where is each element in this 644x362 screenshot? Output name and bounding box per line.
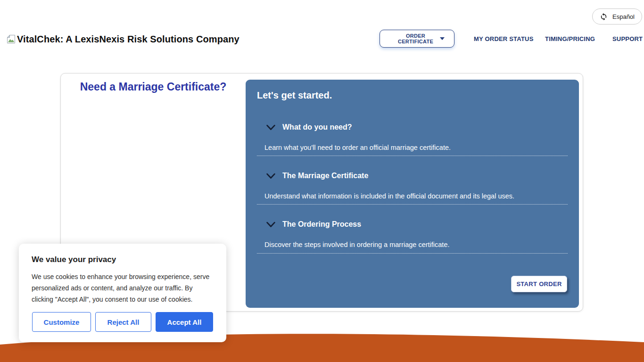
cookie-title: We value your privacy bbox=[32, 255, 116, 264]
reject-all-button[interactable]: Reject All bbox=[95, 312, 151, 332]
broken-image-icon bbox=[7, 35, 16, 45]
logo-alt-text: VitalChek: A LexisNexis Risk Solutions C… bbox=[17, 34, 239, 45]
language-label: Español bbox=[612, 13, 635, 20]
start-order-button[interactable]: START ORDER bbox=[511, 276, 567, 292]
order-certificate-label: ORDER CERTIFICATE bbox=[391, 33, 440, 44]
page: Español VitalChek: A LexisNexis Risk Sol… bbox=[0, 0, 644, 362]
accordion-label: The Marriage Certificate bbox=[282, 172, 368, 180]
language-toggle-button[interactable]: Español bbox=[592, 8, 642, 25]
get-started-panel: Let's get started. What do you need? Lea… bbox=[246, 80, 579, 308]
nav-support[interactable]: SUPPORT bbox=[612, 35, 643, 42]
chevron-down-icon bbox=[266, 173, 276, 179]
chevron-down-icon bbox=[266, 124, 276, 131]
sync-icon bbox=[600, 13, 608, 21]
divider bbox=[257, 156, 568, 156]
page-title: Need a Marriage Certificate? bbox=[61, 81, 246, 93]
accordion-the-ordering-process[interactable]: The Ordering Process bbox=[266, 220, 361, 229]
accordion-what-do-you-need[interactable]: What do you need? bbox=[266, 123, 352, 132]
panel-title: Let's get started. bbox=[257, 90, 332, 101]
chevron-down-icon bbox=[266, 222, 276, 228]
divider bbox=[257, 253, 568, 254]
cookie-body: We use cookies to enhance your browsing … bbox=[32, 271, 213, 305]
order-certificate-button[interactable]: ORDER CERTIFICATE bbox=[380, 30, 454, 48]
accordion-description: Understand what information is included … bbox=[264, 192, 514, 200]
cookie-consent-dialog: We value your privacy We use cookies to … bbox=[19, 244, 226, 342]
accordion-the-marriage-certificate[interactable]: The Marriage Certificate bbox=[266, 172, 368, 180]
accordion-label: The Ordering Process bbox=[282, 220, 361, 229]
nav-my-order-status[interactable]: MY ORDER STATUS bbox=[474, 35, 534, 42]
accordion-description: Discover the steps involved in ordering … bbox=[264, 241, 449, 248]
accordion-label: What do you need? bbox=[282, 123, 352, 132]
divider bbox=[257, 204, 568, 205]
customize-button[interactable]: Customize bbox=[32, 312, 91, 332]
nav-timing-pricing[interactable]: TIMING/PRICING bbox=[545, 35, 595, 42]
site-logo[interactable]: VitalChek: A LexisNexis Risk Solutions C… bbox=[7, 34, 239, 45]
accordion-description: Learn what you'll need to order an offic… bbox=[264, 144, 451, 151]
accept-all-button[interactable]: Accept All bbox=[156, 312, 213, 332]
caret-down-icon bbox=[440, 37, 445, 40]
